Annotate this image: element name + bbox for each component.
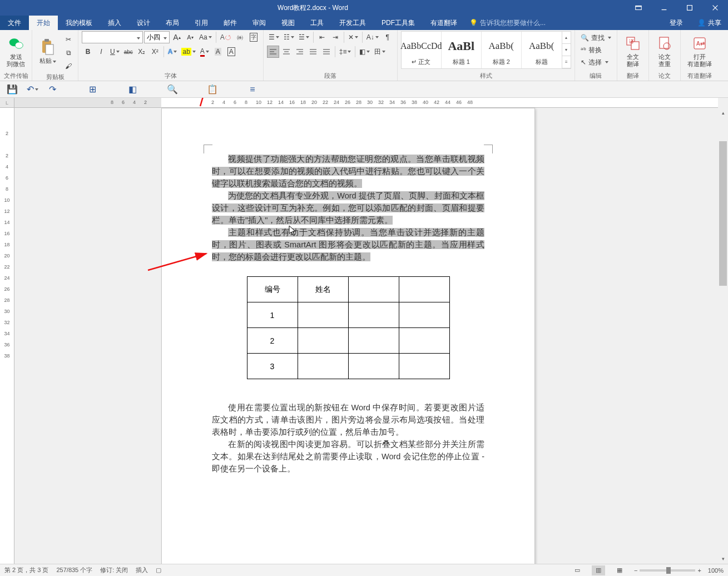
share-button[interactable]: 👤 共享 — [691, 16, 728, 30]
borders-button[interactable]: 田 — [373, 46, 387, 58]
tell-me[interactable]: 💡 告诉我您想要做什么... — [465, 16, 550, 30]
grow-font-button[interactable]: A▴ — [171, 31, 183, 43]
sort-button[interactable]: A↓ — [365, 31, 380, 43]
page-indicator[interactable]: 第 2 页，共 3 页 — [4, 566, 48, 574]
strikethrough-button[interactable]: abc — [122, 46, 135, 58]
scroll-thumb[interactable] — [719, 141, 727, 286]
scroll-up-button[interactable]: ▴ — [718, 108, 728, 118]
highlight-button[interactable]: ab — [180, 46, 197, 58]
subscript-button[interactable]: X₂ — [136, 46, 148, 58]
qat-btn-1[interactable]: ⊞ — [87, 84, 98, 95]
tab-dev[interactable]: 开发工具 — [331, 16, 374, 30]
tab-pdf[interactable]: PDF工具集 — [374, 16, 423, 30]
style-normal[interactable]: AaBbCcDd↵ 正文 — [402, 32, 442, 68]
open-youdao-button[interactable]: A⇄ 打开有道翻译 — [684, 31, 715, 71]
text-effects-button[interactable]: A — [166, 46, 179, 58]
tab-insert[interactable]: 插入 — [100, 16, 129, 30]
insert-mode[interactable]: 插入 — [136, 566, 148, 574]
format-painter-button[interactable]: 🖌 — [62, 60, 75, 72]
tab-references[interactable]: 引用 — [187, 16, 216, 30]
font-name-combo[interactable] — [82, 31, 143, 43]
underline-button[interactable]: U — [108, 46, 121, 58]
cut-button[interactable]: ✂ — [62, 33, 75, 46]
paste-button[interactable]: 粘贴 — [36, 31, 60, 71]
gallery-up-button[interactable]: ▴ — [562, 32, 571, 44]
print-layout-button[interactable]: ▥ — [592, 565, 605, 575]
qat-btn-4[interactable]: 📋 — [207, 84, 218, 95]
style-title[interactable]: AaBb(标题 — [522, 32, 562, 68]
tab-view[interactable]: 视图 — [274, 16, 303, 30]
tab-layout[interactable]: 布局 — [158, 16, 187, 30]
asian-layout-button[interactable]: ✕ — [346, 31, 360, 43]
scroll-down-button[interactable]: ▾ — [718, 554, 728, 564]
tab-tools[interactable]: 工具 — [303, 16, 331, 30]
gallery-more-button[interactable]: ≡ — [562, 56, 571, 68]
bold-button[interactable]: B — [82, 46, 94, 58]
table-cell[interactable] — [348, 277, 399, 302]
tab-home[interactable]: 开始 — [29, 16, 58, 30]
copy-button[interactable]: ⧉ — [62, 47, 75, 59]
decrease-indent-button[interactable]: ⇤ — [316, 31, 328, 43]
tab-review[interactable]: 审阅 — [245, 16, 274, 30]
tab-youdao[interactable]: 有道翻译 — [423, 16, 465, 30]
show-marks-button[interactable]: ¶ — [382, 31, 394, 43]
vertical-ruler[interactable]: 22468101214161820222426283032343638 — [0, 108, 14, 564]
macro-record-icon[interactable]: ▢ — [156, 567, 161, 574]
align-justify-button[interactable] — [307, 46, 319, 58]
ribbon-display-options-button[interactable] — [626, 0, 651, 16]
char-border-button[interactable]: A — [225, 46, 237, 58]
font-color-button[interactable]: A — [199, 46, 211, 58]
style-gallery[interactable]: AaBbCcDd↵ 正文 AaBl标题 1 AaBb(标题 2 AaBb(标题 … — [401, 31, 571, 69]
tab-mytemplates[interactable]: 我的模板 — [58, 16, 100, 30]
clear-formatting-button[interactable]: A⭯ — [219, 31, 233, 43]
enclose-char-button[interactable]: 字 — [247, 31, 260, 43]
zoom-control[interactable]: − + 100% — [634, 567, 724, 574]
undo-button[interactable]: ↶ — [27, 84, 38, 95]
qat-btn-5[interactable]: ≡ — [247, 84, 258, 95]
tab-design[interactable]: 设计 — [129, 16, 158, 30]
char-shading-button[interactable]: A — [212, 46, 224, 58]
table-cell[interactable] — [399, 277, 449, 302]
qat-btn-2[interactable]: ◧ — [127, 84, 138, 95]
pinyin-guide-button[interactable]: ㈱ — [234, 31, 246, 43]
web-layout-button[interactable]: ▦ — [613, 565, 626, 575]
align-right-button[interactable] — [294, 46, 306, 58]
align-left-button[interactable] — [267, 46, 279, 58]
italic-button[interactable]: I — [95, 46, 107, 58]
maximize-button[interactable] — [677, 0, 702, 16]
increase-indent-button[interactable]: ⇥ — [329, 31, 341, 43]
document-table[interactable]: 编号 姓名 1 2 3 — [247, 276, 450, 379]
login-button[interactable]: 登录 — [662, 16, 691, 30]
save-button[interactable]: 💾 — [7, 84, 18, 95]
line-spacing-button[interactable]: ‡≡ — [338, 46, 353, 58]
send-to-wechat-button[interactable]: 发送到微信 — [3, 31, 28, 71]
superscript-button[interactable]: X² — [149, 46, 161, 58]
zoom-in-button[interactable]: + — [697, 567, 701, 574]
paper-check-button[interactable]: 论文查重 — [652, 31, 677, 71]
minimize-button[interactable] — [651, 0, 677, 16]
select-button[interactable]: ↖选择 — [578, 57, 613, 68]
bullets-button[interactable]: ☰ — [267, 31, 281, 43]
shrink-font-button[interactable]: A▾ — [184, 31, 196, 43]
align-distributed-button[interactable] — [320, 46, 333, 58]
replace-button[interactable]: ᵃᵇ替换 — [578, 44, 613, 56]
multilevel-button[interactable]: ☱ — [297, 31, 311, 43]
table-cell[interactable]: 编号 — [247, 277, 298, 302]
vertical-scrollbar[interactable]: ▴ ▾ — [718, 108, 728, 564]
full-translate-button[interactable]: 译 全文翻译 — [621, 31, 645, 71]
document-page[interactable]: 视频提供了功能强大的方法帮助您证明您的观点。当您单击联机视频时，可以在想要添加的… — [161, 108, 535, 564]
zoom-percent[interactable]: 100% — [708, 567, 724, 574]
change-case-button[interactable]: Aa — [197, 31, 214, 43]
tab-mail[interactable]: 邮件 — [216, 16, 245, 30]
redo-button[interactable]: ↷ — [47, 84, 58, 95]
font-size-combo[interactable]: 小四 — [144, 31, 170, 43]
gallery-down-button[interactable]: ▾ — [562, 44, 571, 56]
qat-btn-3[interactable]: 🔍 — [167, 84, 178, 95]
close-button[interactable] — [702, 0, 728, 16]
style-heading2[interactable]: AaBb(标题 2 — [482, 32, 522, 68]
style-heading1[interactable]: AaBl标题 1 — [442, 32, 482, 68]
zoom-slider[interactable] — [640, 569, 695, 572]
shading-button[interactable]: ◧ — [358, 46, 372, 58]
read-mode-button[interactable]: ▭ — [571, 565, 584, 575]
find-button[interactable]: 🔍查找 — [578, 32, 613, 43]
